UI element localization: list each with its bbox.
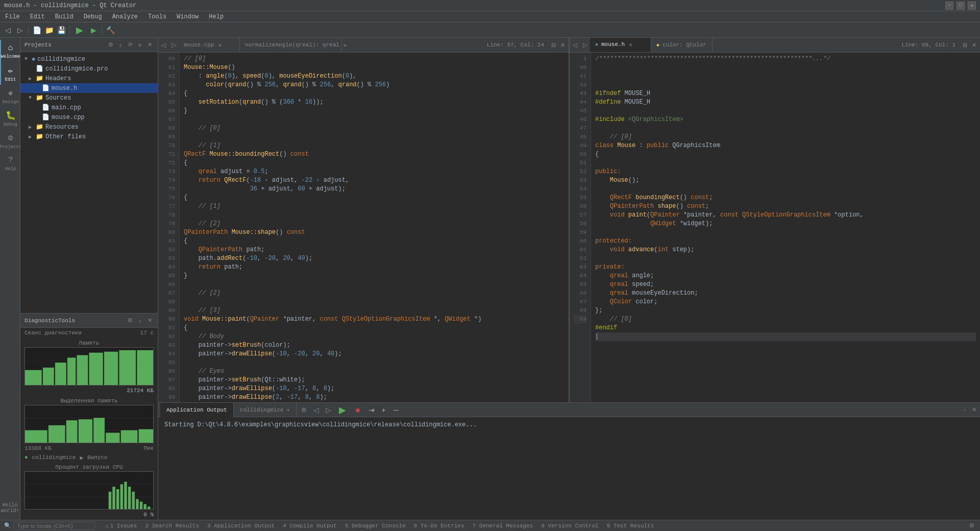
diag-settings[interactable]: ⚙	[126, 317, 134, 325]
bottom-add-btn[interactable]: +	[378, 404, 389, 416]
tab-nav-back[interactable]: ◁	[158, 38, 168, 52]
status-search-input[interactable]	[13, 522, 95, 530]
header-file-dot: ●	[595, 42, 598, 47]
tree-item-headers[interactable]: ▶ 📁 Headers	[20, 74, 158, 83]
menu-debug[interactable]: Debug	[79, 11, 107, 22]
bottom-nav-forward[interactable]: ▷	[323, 404, 334, 416]
nav-edit[interactable]: ✏ Edit	[0, 62, 20, 85]
tree-item-other-files[interactable]: ▶ 📁 Other files	[20, 132, 158, 141]
project-sync-btn[interactable]: ⟳	[126, 41, 134, 49]
bottom-settings-btn[interactable]: ⚙	[299, 404, 310, 416]
status-search-results[interactable]: 2 Search Results	[143, 523, 201, 529]
toolbar-separator-1	[28, 26, 29, 35]
status-settings-btn[interactable]: ⚙	[968, 522, 976, 530]
tab-mouse-h[interactable]: ● mouse.h ✕	[590, 38, 651, 52]
tree-item-mouse-h[interactable]: 📄 mouse.h	[20, 83, 158, 93]
status-vcs-label: 8 Version Control	[541, 523, 598, 529]
menu-analyze[interactable]: Analyze	[107, 11, 143, 22]
bottom-maximize-btn[interactable]: ↑	[961, 406, 969, 414]
tab-close-btn[interactable]: ✕	[344, 42, 347, 49]
minimize-button[interactable]: ─	[945, 2, 953, 10]
status-general[interactable]: 7 General Messages	[471, 523, 535, 529]
tab-color-qcolor[interactable]: ◆ color: QColor	[651, 38, 713, 52]
tree-item-pro[interactable]: 📄 collidingmice.pro	[20, 64, 158, 74]
status-debugger[interactable]: 5 Debugger Console	[343, 523, 408, 529]
status-issues[interactable]: ⚠ 1 Issues	[103, 522, 139, 529]
search-icon: 🔍	[4, 522, 11, 529]
menu-help[interactable]: Help	[204, 11, 229, 22]
right-close-editor-btn[interactable]: ✕	[970, 41, 978, 49]
menu-window[interactable]: Window	[172, 11, 204, 22]
toolbar-open[interactable]: 📁	[43, 25, 55, 36]
nav-help[interactable]: ? Help	[0, 152, 20, 175]
folder-icon: 📁	[36, 75, 43, 82]
right-code-content[interactable]: /***************************************…	[591, 53, 980, 402]
status-vcs[interactable]: 8 Version Control	[539, 523, 600, 529]
right-tab-nav-forward[interactable]: ▷	[580, 38, 590, 52]
bottom-open-ext-btn[interactable]: ⇥	[366, 404, 377, 416]
left-code-content[interactable]: // [0] Mouse::Mouse() : angle(0), speed(…	[180, 53, 569, 402]
project-filter-btn[interactable]: ⚙	[107, 41, 115, 49]
status-app-output[interactable]: 3 Application Output	[205, 523, 277, 529]
toolbar-new[interactable]: 📄	[31, 25, 42, 36]
cpu-section: Процент загрузки CPU	[20, 462, 158, 520]
project-more-btn[interactable]: ≡	[136, 41, 144, 49]
nav-design[interactable]: ◈ Design	[0, 85, 20, 107]
tree-item-collidingmice[interactable]: ▼ ◆ collidingmice	[20, 54, 158, 64]
tab-close-btn[interactable]: ✕	[629, 41, 632, 48]
diag-expand[interactable]: ↕	[136, 317, 144, 325]
maximize-button[interactable]: □	[957, 2, 965, 10]
toolbar-run[interactable]: ▶	[72, 23, 87, 37]
bottom-close-btn[interactable]: ✕	[970, 406, 978, 414]
toolbar-forward[interactable]: ▷	[14, 25, 26, 36]
close-editor-btn[interactable]: ✕	[558, 41, 567, 49]
menu-file[interactable]: File	[0, 11, 25, 22]
tab-mouse-cpp[interactable]: mouse.cpp ✕	[179, 38, 240, 52]
toolbar-back[interactable]: ◁	[2, 25, 13, 36]
bottom-tab-collidingmice[interactable]: collidingmice ✕	[234, 403, 297, 417]
right-code-editor[interactable]: 1 40 41 42 43 44 45	[570, 53, 980, 402]
left-code-editor[interactable]: 60 61 62 63 64 65 66 67 68 69 70 71 72 7…	[158, 53, 569, 402]
status-todo-label: 6 To-Do Entries	[414, 523, 464, 529]
split-btn[interactable]: ⊟	[549, 41, 557, 49]
project-expand-btn[interactable]: ↕	[116, 41, 125, 49]
tree-label: Headers	[45, 75, 71, 82]
alloc-values: 13388 КБ Пик	[24, 445, 154, 451]
close-button[interactable]: ✕	[968, 2, 976, 10]
tab-nav-forward[interactable]: ▷	[168, 38, 179, 52]
right-tab-nav-back[interactable]: ◁	[570, 38, 580, 52]
diag-title: DiagnosticTools	[24, 318, 75, 324]
menu-build[interactable]: Build	[50, 11, 79, 22]
toolbar-debug-run[interactable]: ▶	[88, 25, 99, 36]
tree-item-resources[interactable]: ▶ 📁 Resources	[20, 122, 158, 132]
menu-tools[interactable]: Tools	[143, 11, 172, 22]
bottom-nav-back[interactable]: ◁	[311, 404, 322, 416]
other-files-label: Other files	[45, 133, 86, 140]
nav-bottom-label[interactable]: Hello world!	[0, 502, 20, 518]
svg-rect-20	[106, 433, 119, 443]
tab-normalize[interactable]: normalizeAngle(qreal): qreal ✕	[240, 38, 342, 52]
bottom-remove-btn[interactable]: ─	[390, 404, 402, 416]
tree-item-sources[interactable]: ▼ 📁 Sources	[20, 93, 158, 103]
tree-item-mouse-cpp[interactable]: 📄 mouse.cpp	[20, 112, 158, 122]
bottom-run-btn[interactable]: ▶	[335, 403, 350, 417]
menu-edit[interactable]: Edit	[25, 11, 50, 22]
nav-welcome[interactable]: ⌂ Welcome	[0, 40, 20, 62]
status-tests[interactable]: 9 Test Results	[605, 523, 656, 529]
nav-debug[interactable]: 🐛 Debug	[0, 107, 20, 130]
nav-projects[interactable]: ⚙ Projects	[0, 130, 20, 152]
status-bar: 🔍 ⚠ 1 Issues 2 Search Results 3 Applicat…	[0, 520, 980, 531]
status-compile[interactable]: 4 Compile Output	[281, 523, 339, 529]
tab-close-btn[interactable]: ✕	[218, 42, 222, 49]
diag-close[interactable]: ✕	[145, 317, 154, 325]
bottom-tab-close-btn[interactable]: ✕	[287, 407, 290, 413]
toolbar-save[interactable]: 💾	[56, 25, 67, 36]
toolbar-build[interactable]: 🔨	[105, 25, 116, 36]
bottom-stop-btn[interactable]: ■	[351, 403, 365, 417]
project-close-btn[interactable]: ✕	[145, 41, 154, 49]
arrow-icon: ▶	[29, 76, 34, 82]
bottom-tab-app-output[interactable]: Application Output	[160, 403, 234, 417]
right-split-btn[interactable]: ⊟	[961, 41, 969, 49]
tree-item-main-cpp[interactable]: 📄 main.cpp	[20, 103, 158, 112]
status-todo[interactable]: 6 To-Do Entries	[412, 523, 467, 529]
